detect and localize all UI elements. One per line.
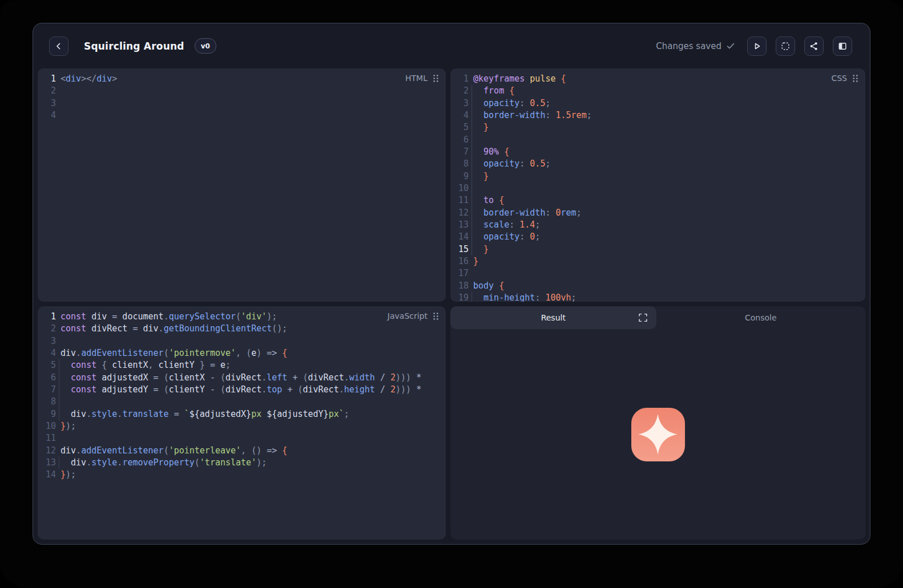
dashed-square-icon (780, 41, 791, 51)
code-content[interactable]: opacity: 0.5; (473, 158, 550, 170)
code-line[interactable]: 3 (38, 335, 446, 347)
line-number: 11 (450, 194, 469, 206)
code-content[interactable]: const div = document.querySelector('div'… (61, 311, 277, 323)
share-icon (809, 41, 819, 51)
code-content[interactable]: } (473, 121, 489, 133)
code-line[interactable]: 10}); (38, 420, 446, 432)
sparkle-star-icon (638, 412, 678, 456)
code-line[interactable]: 19 min-height: 100vh; (450, 292, 865, 302)
code-content[interactable]: border-width: 1.5rem; (473, 110, 592, 121)
preview-squircle[interactable] (631, 408, 685, 461)
line-number: 16 (450, 256, 469, 267)
line-number: 3 (38, 335, 56, 347)
code-line[interactable]: 16} (450, 256, 865, 267)
run-button[interactable] (747, 37, 767, 56)
version-badge[interactable]: v0 (195, 38, 216, 54)
code-line[interactable]: 4 border-width: 1.5rem; (450, 110, 865, 121)
line-number: 1 (38, 311, 56, 323)
back-button[interactable] (49, 37, 68, 56)
code-content[interactable]: opacity: 0; (473, 231, 540, 243)
code-line[interactable]: 1@keyframes pulse { (450, 73, 865, 85)
code-content[interactable]: border-width: 0rem; (473, 207, 582, 219)
code-content[interactable]: } (473, 244, 489, 256)
page-title[interactable]: Squircling Around (84, 40, 184, 52)
js-editor-panel[interactable]: JavaScript 1const div = document.querySe… (38, 306, 446, 540)
code-content[interactable]: scale: 1.4; (473, 219, 540, 231)
code-line[interactable]: 11 (38, 432, 446, 444)
code-line[interactable]: 1const div = document.querySelector('div… (38, 311, 446, 323)
code-line[interactable]: 14}); (38, 469, 446, 481)
code-line[interactable]: 5 const { clientX, clientY } = e; (38, 359, 446, 371)
code-content[interactable]: } (473, 171, 489, 183)
tab-console[interactable]: Console (656, 306, 865, 329)
code-line[interactable]: 9 div.style.translate = `${adjustedX}px … (38, 408, 446, 420)
code-line[interactable]: 2const divRect = div.getBoundingClientRe… (38, 323, 446, 335)
code-line[interactable]: 3 (38, 98, 446, 110)
code-line[interactable]: 18body { (450, 280, 865, 292)
code-content[interactable]: 90% { (473, 146, 509, 158)
code-line[interactable]: 17 (450, 267, 865, 279)
layout-button[interactable] (833, 37, 852, 56)
html-editor-panel[interactable]: HTML 1<div></div>234 (38, 68, 446, 302)
panel-grid: HTML 1<div></div>234 CSS 1@keyframes pul… (33, 68, 870, 544)
code-line[interactable]: 4div.addEventListener('pointermove', (e)… (38, 347, 446, 359)
line-number: 5 (450, 121, 469, 133)
check-icon (727, 43, 735, 50)
expand-icon[interactable] (638, 313, 648, 323)
tab-result[interactable]: Result (450, 306, 656, 329)
code-line[interactable]: 6 const adjustedX = (clientX - (divRect.… (38, 372, 446, 384)
code-content[interactable]: const adjustedX = (clientX - (divRect.le… (61, 372, 421, 384)
code-content[interactable]: opacity: 0.5; (473, 98, 550, 110)
result-preview (450, 329, 865, 540)
code-line[interactable]: 11 to { (450, 194, 865, 206)
code-content[interactable]: body { (473, 280, 504, 292)
code-line[interactable]: 3 opacity: 0.5; (450, 98, 865, 110)
code-content[interactable]: div.addEventListener('pointerleave', () … (61, 445, 287, 457)
code-line[interactable]: 6 (450, 134, 865, 146)
code-content[interactable]: const { clientX, clientY } = e; (61, 359, 231, 371)
selection-mode-button[interactable] (776, 37, 795, 56)
code-line[interactable]: 12 border-width: 0rem; (450, 207, 865, 219)
drag-handle-icon[interactable] (852, 74, 858, 83)
code-content[interactable]: min-height: 100vh; (473, 292, 577, 302)
code-line[interactable]: 5 } (450, 121, 865, 133)
code-content[interactable]: const divRect = div.getBoundingClientRec… (61, 323, 287, 335)
js-code-lines[interactable]: 1const div = document.querySelector('div… (38, 306, 446, 481)
code-content[interactable]: } (473, 256, 478, 267)
code-content[interactable]: <div></div> (61, 73, 117, 85)
code-line[interactable]: 8 (38, 396, 446, 408)
code-content[interactable]: div.style.translate = `${adjustedX}px ${… (61, 408, 349, 420)
layout-columns-icon (837, 41, 848, 51)
share-button[interactable] (804, 37, 824, 56)
code-content[interactable]: }); (61, 469, 76, 481)
code-content[interactable]: to { (473, 194, 504, 206)
code-line[interactable]: 7 90% { (450, 146, 865, 158)
css-editor-panel[interactable]: CSS 1@keyframes pulse {2 from {3 opacity… (450, 68, 865, 302)
html-code-lines[interactable]: 1<div></div>234 (38, 68, 446, 121)
code-line[interactable]: 10 (450, 183, 865, 194)
code-line[interactable]: 12div.addEventListener('pointerleave', (… (38, 445, 446, 457)
code-line[interactable]: 2 (38, 85, 446, 97)
panel-label: JavaScript (388, 311, 428, 321)
css-code-lines[interactable]: 1@keyframes pulse {2 from {3 opacity: 0.… (450, 68, 865, 302)
code-content[interactable]: @keyframes pulse { (473, 73, 566, 85)
code-line[interactable]: 1<div></div> (38, 73, 446, 85)
code-content[interactable]: }); (61, 420, 76, 432)
code-line[interactable]: 2 from { (450, 85, 865, 97)
code-line[interactable]: 13 scale: 1.4; (450, 219, 865, 231)
code-content[interactable]: div.addEventListener('pointermove', (e) … (61, 347, 287, 359)
code-line[interactable]: 14 opacity: 0; (450, 231, 865, 243)
code-line[interactable]: 13 div.style.removeProperty('translate')… (38, 457, 446, 469)
code-line[interactable]: 7 const adjustedY = (clientY - (divRect.… (38, 384, 446, 396)
code-line[interactable]: 8 opacity: 0.5; (450, 158, 865, 170)
code-content[interactable]: div.style.removeProperty('translate'); (61, 457, 267, 469)
code-line[interactable]: 4 (38, 110, 446, 121)
drag-handle-icon[interactable] (433, 312, 439, 321)
drag-handle-icon[interactable] (433, 74, 439, 83)
line-number: 4 (450, 110, 469, 121)
code-line[interactable]: 9 } (450, 171, 865, 183)
js-panel-tag: JavaScript (388, 311, 439, 321)
code-content[interactable]: from { (473, 85, 514, 97)
code-content[interactable]: const adjustedY = (clientY - (divRect.to… (61, 384, 421, 396)
code-line[interactable]: 15 } (450, 244, 865, 256)
